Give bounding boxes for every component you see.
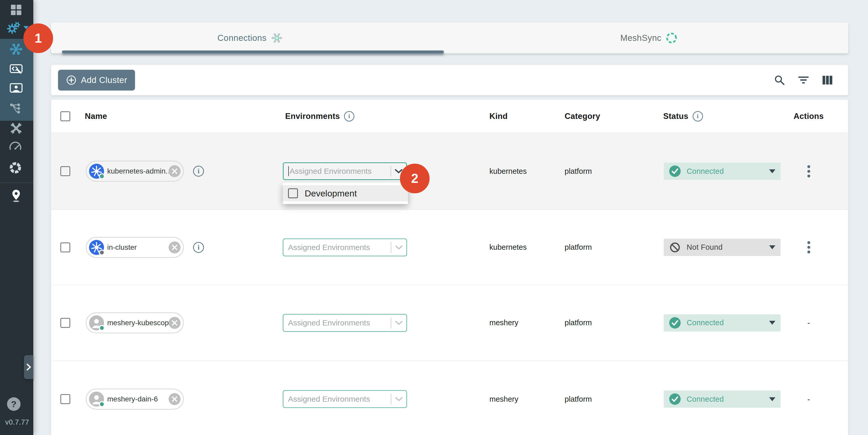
connection-chip[interactable]: in-cluster (86, 237, 184, 258)
connection-chip[interactable]: kubernetes-admin... (86, 161, 184, 182)
delete-connection-icon[interactable] (168, 165, 181, 177)
select-divider (391, 166, 391, 177)
tab-meshsync-label: MeshSync (620, 33, 661, 43)
chevron-right-icon (26, 363, 31, 371)
sidebar-expand-button[interactable] (24, 355, 33, 379)
connection-info-icon[interactable]: i (193, 166, 204, 177)
row-checkbox[interactable] (60, 243, 70, 252)
status-dropdown[interactable]: Connected (664, 391, 781, 408)
kind-cell: meshery (467, 318, 556, 327)
no-actions-placeholder: - (807, 395, 810, 404)
user-session-icon[interactable] (9, 81, 23, 96)
kubernetes-icon (89, 164, 104, 179)
column-header-name: Name (80, 112, 280, 121)
info-icon[interactable]: i (344, 111, 354, 122)
faceted-ring-icon[interactable] (8, 160, 23, 175)
not-found-icon (669, 242, 681, 253)
sidebar-divider (0, 183, 33, 183)
annotation-badge-2: 2 (400, 164, 430, 193)
connection-name: kubernetes-admin... (104, 167, 168, 175)
kind-cell: meshery (467, 395, 556, 404)
user-avatar-icon (89, 315, 104, 331)
meshery-app: ? v0.7.77 Connections MeshSync (0, 0, 868, 435)
add-cluster-label: Add Cluster (81, 75, 127, 85)
status-dropdown[interactable]: Connected (664, 163, 781, 180)
status-dropdown[interactable]: Not Found (664, 239, 781, 256)
kind-cell: kubernetes (467, 243, 556, 252)
search-icon[interactable] (773, 73, 786, 87)
user-avatar-icon (89, 392, 104, 407)
environments-select[interactable]: Assigned Environments (283, 239, 407, 256)
status-dropdown[interactable]: Connected (664, 314, 781, 332)
connection-chip[interactable]: meshery-dain-6 (86, 389, 184, 409)
sidebar: ? v0.7.77 (0, 0, 33, 435)
column-header-category: Category (556, 112, 647, 121)
column-header-actions: Actions (769, 112, 848, 121)
environments-placeholder: Assigned Environments (288, 318, 389, 327)
connection-name: meshery-kubescop... (104, 319, 168, 327)
plus-circle-icon (66, 75, 77, 86)
row-checkbox[interactable] (60, 166, 70, 176)
environment-option-checkbox[interactable] (288, 188, 298, 198)
add-cluster-button[interactable]: Add Cluster (58, 70, 135, 91)
status-dot-disconnected (99, 249, 105, 255)
row-actions-menu-icon[interactable] (805, 163, 812, 180)
select-all-checkbox[interactable] (60, 111, 70, 121)
chevron-down-icon[interactable] (395, 245, 403, 250)
environments-select[interactable]: Assigned Environments (283, 162, 407, 180)
connection-chip[interactable]: meshery-kubescop... (86, 312, 184, 333)
delete-connection-icon[interactable] (168, 393, 181, 405)
category-cell: platform (556, 167, 647, 176)
category-cell: platform (556, 243, 647, 252)
pipeline-icon[interactable] (9, 101, 23, 116)
kind-cell: kubernetes (467, 167, 556, 176)
environments-placeholder: Assigned Environments (288, 243, 389, 252)
location-pin-icon[interactable] (9, 189, 23, 203)
status-label: Not Found (687, 243, 722, 252)
table-header-row: Name Environments i Kind Category Status… (51, 100, 848, 133)
environments-placeholder: Assigned Environments (288, 395, 389, 404)
connection-info-icon[interactable]: i (193, 242, 204, 253)
row-checkbox[interactable] (60, 394, 70, 404)
table-row: kubernetes-admin... i Assigned Environme… (51, 133, 848, 210)
status-label: Connected (687, 395, 724, 404)
table-row: meshery-kubescop... Assigned Environment… (51, 285, 848, 360)
filter-icon[interactable] (797, 73, 810, 87)
delete-connection-icon[interactable] (168, 242, 181, 253)
performance-gauge-icon[interactable] (8, 139, 23, 154)
tab-meshsync[interactable]: MeshSync (450, 23, 848, 53)
environments-select[interactable]: Assigned Environments (283, 314, 407, 332)
connections-mesh-icon[interactable] (9, 42, 23, 57)
status-dot-connected (99, 401, 105, 407)
status-label: Connected (687, 318, 724, 327)
chevron-down-icon[interactable] (395, 320, 403, 325)
active-tab-indicator (62, 51, 444, 53)
table-row: meshery-dain-6 Assigned Environments (51, 360, 848, 435)
toolbox-wrenches-icon[interactable] (9, 121, 23, 135)
row-actions-menu-icon[interactable] (805, 239, 812, 255)
tab-bar: Connections MeshSync (51, 23, 848, 53)
select-divider (391, 317, 391, 328)
row-checkbox[interactable] (60, 318, 70, 328)
help-icon[interactable]: ? (7, 397, 21, 411)
meshsync-spinner-icon (665, 32, 678, 44)
chevron-down-icon[interactable] (395, 397, 403, 402)
column-header-kind: Kind (467, 112, 556, 121)
table-toolbar: Add Cluster (51, 65, 848, 95)
toolbar-actions (773, 73, 834, 87)
environments-select[interactable]: Assigned Environments (283, 390, 407, 408)
apps-grid-icon[interactable] (10, 4, 22, 16)
view-columns-icon[interactable] (820, 73, 834, 87)
annotation-badge-1: 1 (23, 23, 53, 53)
environment-option[interactable]: Development (283, 185, 408, 201)
check-circle-icon (669, 317, 681, 329)
status-dot-connected (99, 173, 105, 179)
category-cell: platform (556, 395, 647, 404)
connections-mesh-icon (271, 32, 283, 44)
delete-connection-icon[interactable] (168, 317, 181, 329)
status-dot-connected (99, 325, 105, 331)
info-icon[interactable]: i (693, 111, 703, 122)
code-playground-icon[interactable] (9, 62, 23, 76)
tab-connections[interactable]: Connections (51, 23, 450, 53)
app-version: v0.7.77 (5, 418, 29, 427)
